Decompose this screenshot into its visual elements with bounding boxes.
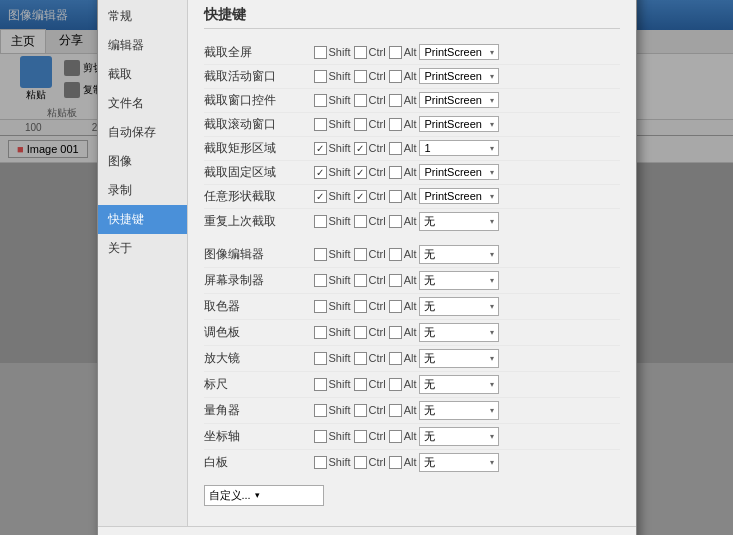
ctrl-checkbox[interactable] <box>354 456 367 469</box>
shift-checkbox[interactable] <box>314 248 327 261</box>
ctrl-checkbox[interactable] <box>354 70 367 83</box>
alt-checkbox[interactable] <box>389 46 402 59</box>
ctrl-checkbox[interactable] <box>354 46 367 59</box>
shift-label: Shift <box>329 378 351 390</box>
ctrl-checkbox[interactable] <box>354 378 367 391</box>
shift-checkbox[interactable] <box>314 300 327 313</box>
shift-checkbox[interactable] <box>314 118 327 131</box>
nav-item-about[interactable]: 关于 <box>98 234 187 263</box>
shift-checkbox[interactable] <box>314 70 327 83</box>
key-dropdown-arrow-icon: ▾ <box>490 406 494 415</box>
key-dropdown-arrow-icon: ▾ <box>490 96 494 105</box>
shortcut-name: 调色板 <box>204 324 314 341</box>
key-dropdown[interactable]: PrintScreen▾ <box>419 164 499 180</box>
shift-checkbox[interactable] <box>314 94 327 107</box>
key-dropdown[interactable]: PrintScreen▾ <box>419 68 499 84</box>
key-dropdown[interactable]: PrintScreen▾ <box>419 188 499 204</box>
alt-checkbox[interactable] <box>389 274 402 287</box>
shift-checkbox[interactable] <box>314 378 327 391</box>
alt-checkbox[interactable] <box>389 430 402 443</box>
shift-checkbox[interactable] <box>314 430 327 443</box>
shortcut-name: 截取滚动窗口 <box>204 116 314 133</box>
key-dropdown[interactable]: PrintScreen▾ <box>419 116 499 132</box>
shift-checkbox[interactable] <box>314 190 327 203</box>
ctrl-checkbox[interactable] <box>354 430 367 443</box>
alt-label: Alt <box>404 142 417 154</box>
alt-checkbox[interactable] <box>389 142 402 155</box>
nav-item-filename[interactable]: 文件名 <box>98 89 187 118</box>
shift-checkbox[interactable] <box>314 215 327 228</box>
alt-checkbox[interactable] <box>389 94 402 107</box>
ctrl-checkbox[interactable] <box>354 166 367 179</box>
shift-label: Shift <box>329 248 351 260</box>
shift-checkbox[interactable] <box>314 46 327 59</box>
alt-checkbox[interactable] <box>389 190 402 203</box>
ctrl-checkbox[interactable] <box>354 215 367 228</box>
shift-label: Shift <box>329 46 351 58</box>
ctrl-label: Ctrl <box>369 46 386 58</box>
nav-item-capture[interactable]: 截取 <box>98 60 187 89</box>
shortcut-row: 调色板ShiftCtrlAlt无▾ <box>204 320 620 346</box>
nav-item-autosave[interactable]: 自动保存 <box>98 118 187 147</box>
alt-label: Alt <box>404 274 417 286</box>
alt-checkbox[interactable] <box>389 248 402 261</box>
ctrl-checkbox[interactable] <box>354 274 367 287</box>
alt-checkbox[interactable] <box>389 215 402 228</box>
ctrl-checkbox[interactable] <box>354 118 367 131</box>
shift-checkbox[interactable] <box>314 352 327 365</box>
key-dropdown[interactable]: 无▾ <box>419 323 499 342</box>
key-dropdown[interactable]: 无▾ <box>419 427 499 446</box>
alt-checkbox[interactable] <box>389 300 402 313</box>
key-dropdown[interactable]: 无▾ <box>419 375 499 394</box>
alt-checkbox[interactable] <box>389 404 402 417</box>
alt-checkbox[interactable] <box>389 70 402 83</box>
alt-checkbox[interactable] <box>389 166 402 179</box>
key-dropdown[interactable]: 无▾ <box>419 297 499 316</box>
nav-item-shortcuts[interactable]: 快捷键 <box>98 205 187 234</box>
alt-checkbox[interactable] <box>389 352 402 365</box>
key-dropdown[interactable]: PrintScreen▾ <box>419 44 499 60</box>
customize-select[interactable]: 自定义... ▾ <box>204 485 324 506</box>
shift-label: Shift <box>329 404 351 416</box>
ctrl-label: Ctrl <box>369 378 386 390</box>
ctrl-checkbox[interactable] <box>354 326 367 339</box>
shortcut-modifiers: ShiftCtrlAltPrintScreen▾ <box>314 116 620 132</box>
key-dropdown[interactable]: 1▾ <box>419 140 499 156</box>
alt-checkbox[interactable] <box>389 118 402 131</box>
ctrl-checkbox[interactable] <box>354 300 367 313</box>
ctrl-checkbox[interactable] <box>354 142 367 155</box>
shift-checkbox[interactable] <box>314 274 327 287</box>
shortcut-name: 坐标轴 <box>204 428 314 445</box>
key-dropdown[interactable]: 无▾ <box>419 245 499 264</box>
ctrl-checkbox[interactable] <box>354 352 367 365</box>
shortcut-modifiers: ShiftCtrlAlt无▾ <box>314 245 620 264</box>
shift-checkbox[interactable] <box>314 456 327 469</box>
key-dropdown[interactable]: 无▾ <box>419 401 499 420</box>
alt-checkbox[interactable] <box>389 326 402 339</box>
nav-item-general[interactable]: 常规 <box>98 2 187 31</box>
shift-checkbox[interactable] <box>314 142 327 155</box>
shortcut-row: 截取窗口控件ShiftCtrlAltPrintScreen▾ <box>204 89 620 113</box>
shortcut-modifiers: ShiftCtrlAltPrintScreen▾ <box>314 188 620 204</box>
alt-checkbox[interactable] <box>389 378 402 391</box>
key-dropdown[interactable]: 无▾ <box>419 453 499 472</box>
nav-item-record[interactable]: 录制 <box>98 176 187 205</box>
shift-checkbox[interactable] <box>314 326 327 339</box>
shift-checkbox[interactable] <box>314 166 327 179</box>
shift-checkbox[interactable] <box>314 404 327 417</box>
key-dropdown[interactable]: 无▾ <box>419 212 499 231</box>
key-dropdown-arrow-icon: ▾ <box>490 48 494 57</box>
key-dropdown-text: 无 <box>424 377 488 392</box>
ctrl-checkbox[interactable] <box>354 190 367 203</box>
key-dropdown-text: 无 <box>424 351 488 366</box>
nav-item-editor[interactable]: 编辑器 <box>98 31 187 60</box>
alt-checkbox[interactable] <box>389 456 402 469</box>
key-dropdown-text: 无 <box>424 455 488 470</box>
ctrl-checkbox[interactable] <box>354 248 367 261</box>
key-dropdown[interactable]: 无▾ <box>419 271 499 290</box>
key-dropdown[interactable]: PrintScreen▾ <box>419 92 499 108</box>
key-dropdown[interactable]: 无▾ <box>419 349 499 368</box>
ctrl-checkbox[interactable] <box>354 94 367 107</box>
ctrl-checkbox[interactable] <box>354 404 367 417</box>
nav-item-image[interactable]: 图像 <box>98 147 187 176</box>
